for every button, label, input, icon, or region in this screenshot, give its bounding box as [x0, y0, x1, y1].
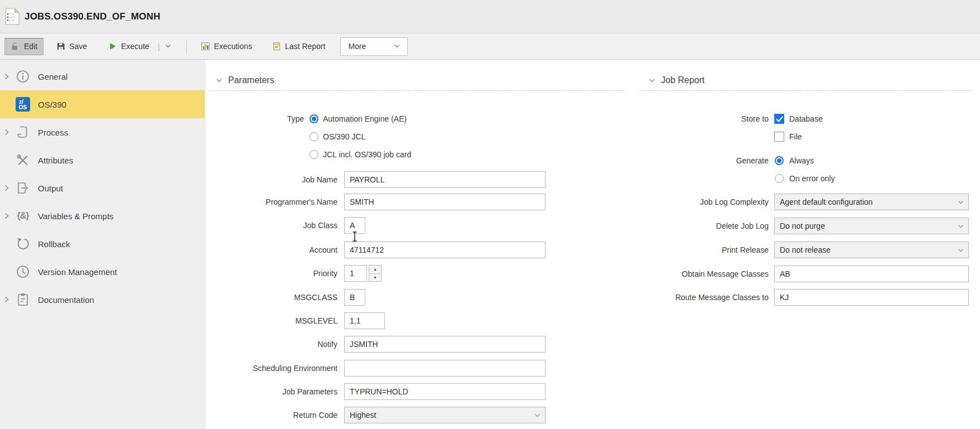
msglevel-label: MSGLEVEL — [205, 312, 337, 329]
sidebar-item-label: Process — [38, 128, 68, 137]
attributes-icon — [16, 153, 30, 167]
sidebar-item-rollback[interactable]: Rollback — [0, 230, 205, 258]
print-release-value: Do not release — [780, 245, 831, 254]
sidebar-item-process[interactable]: Process — [0, 118, 205, 146]
checkbox-option-label: File — [789, 128, 802, 145]
unlock-icon — [11, 42, 20, 51]
job-parameters-input[interactable] — [344, 383, 545, 400]
delete-job-log-value: Do not purge — [780, 221, 825, 230]
expand-chevron-icon[interactable] — [4, 129, 9, 136]
more-button[interactable]: More — [340, 37, 408, 56]
chevron-down-icon — [958, 224, 964, 229]
job-object-icon — [5, 8, 20, 25]
return-code-label: Return Code — [205, 407, 337, 423]
report-icon — [272, 42, 281, 51]
chevron-down-icon — [534, 413, 540, 418]
parameters-section-title: Parameters — [228, 75, 274, 85]
radio-option-label: On error only — [789, 170, 835, 187]
last-report-button[interactable]: Last Report — [266, 38, 331, 55]
expand-chevron-icon[interactable] — [4, 296, 9, 303]
sidebar-item-variables-prompts[interactable]: {&} Variables & Prompts — [0, 202, 205, 230]
execute-separator: | — [158, 42, 160, 51]
generate-on-error-only-radio[interactable] — [775, 174, 784, 183]
job-report-section-header[interactable]: Job Report — [649, 74, 704, 86]
sidebar-item-output[interactable]: Output — [0, 174, 205, 202]
save-label: Save — [69, 42, 87, 51]
main-content: Parameters Type Automation Engine (AE) O… — [205, 60, 980, 429]
sidebar: General z/ OS OS/390 Process Attributes — [0, 60, 205, 429]
execute-dropdown-chevron-icon[interactable] — [165, 44, 171, 49]
edit-button[interactable]: Edit — [4, 38, 44, 55]
obtain-message-classes-input[interactable] — [774, 266, 969, 282]
msglevel-input[interactable] — [344, 312, 385, 329]
chevron-down-icon — [958, 248, 964, 253]
sidebar-item-documentation[interactable]: Documentation — [0, 286, 205, 314]
save-icon — [56, 42, 65, 51]
expand-chevron-icon[interactable] — [4, 73, 9, 80]
store-to-database-checkbox[interactable] — [774, 114, 784, 124]
route-message-classes-label: Route Message Classes to — [596, 289, 769, 306]
delete-job-log-label: Delete Job Log — [596, 218, 769, 234]
chevron-down-icon — [394, 44, 400, 49]
job-report-section-title: Job Report — [661, 75, 704, 85]
bar-chart-icon — [201, 42, 210, 51]
section-divider — [209, 90, 625, 91]
parameters-section-header[interactable]: Parameters — [216, 74, 274, 86]
generate-always-radio[interactable] — [775, 156, 784, 165]
sidebar-item-attributes[interactable]: Attributes — [0, 146, 205, 174]
job-parameters-label: Job Parameters — [205, 383, 337, 400]
sidebar-item-label: Output — [38, 184, 63, 193]
notify-input[interactable] — [344, 336, 545, 353]
scheduling-environment-label: Scheduling Environment — [205, 360, 337, 377]
expand-chevron-icon[interactable] — [4, 213, 9, 219]
executions-label: Executions — [214, 42, 252, 51]
play-icon — [108, 42, 117, 51]
titlebar: JOBS.OS390.END_OF_MONH — [0, 0, 980, 33]
generate-label: Generate — [596, 152, 769, 169]
checkbox-option-label: Database — [789, 110, 823, 127]
return-code-value: Highest — [350, 411, 376, 420]
save-button[interactable]: Save — [50, 38, 93, 55]
documentation-icon — [16, 292, 30, 307]
store-to-file-checkbox[interactable] — [774, 132, 784, 142]
svg-text:OS: OS — [19, 104, 27, 110]
print-release-label: Print Release — [596, 242, 769, 258]
sidebar-item-label: OS/390 — [38, 100, 66, 109]
execute-label: Execute — [121, 42, 149, 51]
page-title: JOBS.OS390.END_OF_MONH — [25, 11, 160, 22]
obtain-message-classes-label: Obtain Message Classes — [596, 266, 769, 282]
sidebar-item-label: Variables & Prompts — [38, 211, 114, 221]
last-report-label: Last Report — [285, 42, 325, 51]
return-code-select[interactable]: Highest — [344, 407, 545, 423]
sidebar-item-label: General — [38, 72, 67, 81]
scheduling-environment-input[interactable] — [344, 360, 545, 377]
more-label: More — [348, 42, 366, 51]
expand-chevron-icon[interactable] — [4, 185, 9, 191]
rollback-icon — [16, 237, 30, 251]
sidebar-item-label: Documentation — [38, 295, 94, 305]
delete-job-log-select[interactable]: Do not purge — [774, 218, 969, 234]
collapse-chevron-icon[interactable] — [216, 78, 223, 83]
process-icon — [16, 125, 30, 139]
sidebar-item-label: Version Management — [38, 267, 117, 277]
job-log-complexity-select[interactable]: Agent default configuration — [774, 194, 969, 210]
print-release-select[interactable]: Do not release — [774, 242, 969, 258]
job-log-complexity-value: Agent default configuration — [780, 197, 873, 206]
sidebar-item-label: Rollback — [38, 239, 70, 249]
radio-option-label: Always — [789, 152, 814, 169]
zos-icon: z/ OS — [16, 97, 30, 112]
variables-icon: {&} — [16, 209, 30, 223]
chevron-down-icon — [958, 200, 964, 205]
execute-button[interactable]: Execute | — [102, 38, 177, 55]
sidebar-item-version-management[interactable]: Version Management — [0, 258, 205, 286]
output-icon — [16, 181, 30, 195]
executions-button[interactable]: Executions — [195, 38, 258, 55]
sidebar-item-os390[interactable]: z/ OS OS/390 — [0, 90, 205, 118]
sidebar-item-general[interactable]: General — [0, 62, 205, 90]
edit-label: Edit — [24, 42, 37, 51]
route-message-classes-input[interactable] — [774, 289, 969, 306]
toolbar-divider — [186, 39, 187, 54]
section-divider — [640, 90, 972, 91]
notify-label: Notify — [205, 336, 337, 353]
collapse-chevron-icon[interactable] — [649, 78, 655, 83]
